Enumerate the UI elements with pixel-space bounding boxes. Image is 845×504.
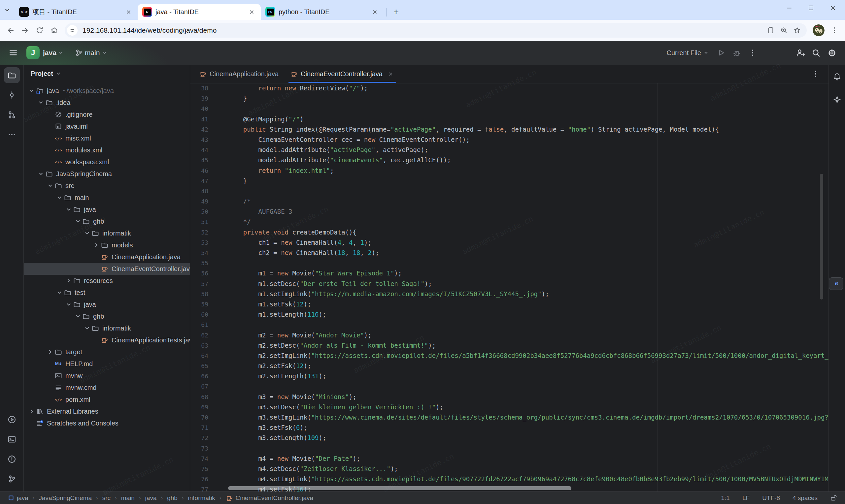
breadcrumb-javaspringcinema[interactable]: JavaSpringCinema	[39, 494, 92, 502]
breadcrumb-ghb[interactable]: ghb	[167, 494, 178, 502]
problems-tool-icon[interactable]	[4, 451, 20, 467]
more-actions-kebab-icon[interactable]	[745, 46, 760, 60]
window-minimize-button[interactable]	[786, 4, 793, 12]
window-maximize-button[interactable]	[807, 4, 815, 12]
tree-item-workspace.xml[interactable]: </>workspace.xml	[24, 156, 190, 168]
reload-icon[interactable]	[32, 23, 47, 38]
caret-position[interactable]: 1:1	[721, 494, 730, 502]
tree-item-test[interactable]: test	[24, 287, 190, 299]
tree-item-ghb[interactable]: ghb	[24, 215, 190, 227]
tab-close-icon[interactable]	[388, 71, 394, 77]
tree-item-java[interactable]: java	[24, 203, 190, 215]
breadcrumb-main[interactable]: main	[121, 494, 135, 502]
tree-item-modules.xml[interactable]: </>modules.xml	[24, 144, 190, 156]
collapse-panel-button[interactable]: «	[829, 277, 843, 290]
tree-chevron-icon[interactable]	[64, 301, 73, 308]
terminal-tool-icon[interactable]	[4, 431, 20, 447]
editor-tab-1[interactable]: CinemaApplication.java	[193, 65, 284, 83]
notifications-bell-icon[interactable]	[829, 69, 845, 85]
code-line-59[interactable]: 59 m1.setFsk(12);	[190, 299, 828, 309]
code-line-57[interactable]: 57 m1.setDesc("Der erste Teil der tollen…	[190, 279, 828, 289]
indent-setting[interactable]: 4 spaces	[793, 494, 817, 502]
pull-requests-tool-icon[interactable]	[4, 107, 20, 123]
code-line-68[interactable]: 68 m3 = new Movie("Minions");	[190, 392, 828, 402]
services-tool-icon[interactable]	[4, 412, 20, 428]
project-panel-title[interactable]: Project	[31, 70, 53, 77]
code-line-62[interactable]: 62 m2 = new Movie("Andor Movie");	[190, 330, 828, 340]
code-line-49[interactable]: 49 /*	[190, 196, 828, 206]
code-line-40[interactable]: 40	[190, 104, 828, 114]
code-line-60[interactable]: 60 m1.setLength(116);	[190, 309, 828, 320]
tree-item-informatik[interactable]: informatik	[24, 322, 190, 334]
tree-item-informatik[interactable]: informatik	[24, 227, 190, 239]
tree-item-main[interactable]: main	[24, 192, 190, 203]
more-tools-icon[interactable]	[4, 127, 20, 143]
code-line-75[interactable]: 75 m4.setDesc("Zeitloser Klassiker...");	[190, 464, 828, 474]
editor-tab-options-kebab-icon[interactable]	[811, 70, 820, 78]
tree-item-help.md[interactable]: MHELP.md	[24, 358, 190, 370]
unlocked-padlock-icon[interactable]	[830, 494, 837, 501]
breadcrumb-informatik[interactable]: informatik	[188, 494, 215, 502]
code-line-55[interactable]: 55	[190, 258, 828, 268]
tree-item-pom.xml[interactable]: </>pom.xml	[24, 394, 190, 406]
zoom-icon[interactable]	[780, 26, 788, 35]
tree-item-cinemaeventcontroller.java[interactable]: CinemaEventController.java	[24, 263, 190, 275]
run-configuration-select[interactable]: Current File	[667, 49, 709, 57]
code-area[interactable]: 38 return new RedirectView("/");39 }4041…	[190, 83, 828, 491]
search-everywhere-icon[interactable]	[809, 46, 823, 60]
tree-chevron-icon[interactable]	[92, 242, 101, 248]
tree-chevron-icon[interactable]	[55, 194, 64, 201]
tab-search-chevron-icon[interactable]	[0, 0, 15, 20]
project-avatar[interactable]: J	[27, 46, 40, 59]
tree-chevron-icon[interactable]	[64, 206, 73, 213]
hamburger-menu-icon[interactable]	[6, 46, 20, 60]
site-settings-icon[interactable]	[67, 25, 77, 36]
code-line-41[interactable]: 41 @GetMapping("/")	[190, 114, 828, 124]
code-with-me-icon[interactable]	[793, 46, 807, 60]
tree-item-.idea[interactable]: .idea	[24, 97, 190, 109]
tree-item-java[interactable]: java	[24, 299, 190, 310]
branch-name[interactable]: main	[85, 49, 100, 57]
code-line-51[interactable]: 51 */	[190, 217, 828, 227]
code-line-38[interactable]: 38 return new RedirectView("/");	[190, 83, 828, 93]
url-text[interactable]: 192.168.101.144/ide/web/coding/java/demo	[83, 26, 216, 34]
breadcrumb-java[interactable]: java	[8, 494, 29, 502]
code-line-71[interactable]: 71 m3.setFsk(6);	[190, 422, 828, 433]
code-line-45[interactable]: 45 model.addAttribute("cinemaEvents", ce…	[190, 155, 828, 165]
code-line-44[interactable]: 44 model.addAttribute("activePage", acti…	[190, 145, 828, 155]
code-line-72[interactable]: 72 m3.setLength(109);	[190, 433, 828, 443]
debug-button[interactable]	[729, 46, 744, 60]
back-icon[interactable]	[3, 23, 18, 38]
horizontal-scrollbar[interactable]	[228, 486, 571, 490]
code-line-50[interactable]: 50 AUFGABE 3	[190, 206, 828, 217]
code-line-76[interactable]: 76 m4.setImgLink("https://assets.cdn.mov…	[190, 474, 828, 484]
tree-chevron-icon[interactable]	[83, 325, 91, 331]
ai-assistant-icon[interactable]	[829, 92, 845, 108]
tree-item-scratches-and-consoles[interactable]: Scratches and Consoles	[24, 417, 190, 429]
browser-tab-1[interactable]: <t>项目 - TitanIDE	[15, 4, 138, 20]
tab-close-icon[interactable]	[370, 7, 379, 17]
tree-item-target[interactable]: target	[24, 346, 190, 358]
bookmark-star-icon[interactable]	[793, 26, 802, 35]
browser-menu-kebab-icon[interactable]	[827, 23, 842, 38]
tree-chevron-icon[interactable]	[36, 99, 45, 106]
tree-chevron-icon[interactable]	[83, 230, 91, 236]
line-ending[interactable]: LF	[742, 494, 750, 502]
tree-item-models[interactable]: models	[24, 239, 190, 251]
tree-item-javaspringcinema[interactable]: JavaSpringCinema	[24, 168, 190, 180]
encoding[interactable]: UTF-8	[762, 494, 780, 502]
commit-tool-icon[interactable]	[4, 87, 20, 103]
code-line-67[interactable]: 67	[190, 381, 828, 392]
code-line-54[interactable]: 54 ch2 = new CinemaHall(18, 18, 2);	[190, 248, 828, 258]
code-line-43[interactable]: 43 CinemaEventController cec = new Cinem…	[190, 134, 828, 145]
settings-gear-icon[interactable]	[825, 46, 839, 60]
tree-chevron-icon[interactable]	[27, 408, 36, 415]
breadcrumb-cinemaeventcontroller.java[interactable]: CinemaEventController.java	[226, 494, 314, 502]
code-line-56[interactable]: 56 m1 = new Movie("Star Wars Episode 1")…	[190, 268, 828, 278]
tree-item-java.iml[interactable]: java.iml	[24, 120, 190, 132]
tree-chevron-icon[interactable]	[64, 277, 73, 284]
branch-widget[interactable]: main	[75, 49, 108, 57]
code-line-58[interactable]: 58 m1.setImgLink("https://m.media-amazon…	[190, 289, 828, 299]
home-icon[interactable]	[47, 23, 61, 38]
code-line-46[interactable]: 46 return "index.html";	[190, 166, 828, 176]
